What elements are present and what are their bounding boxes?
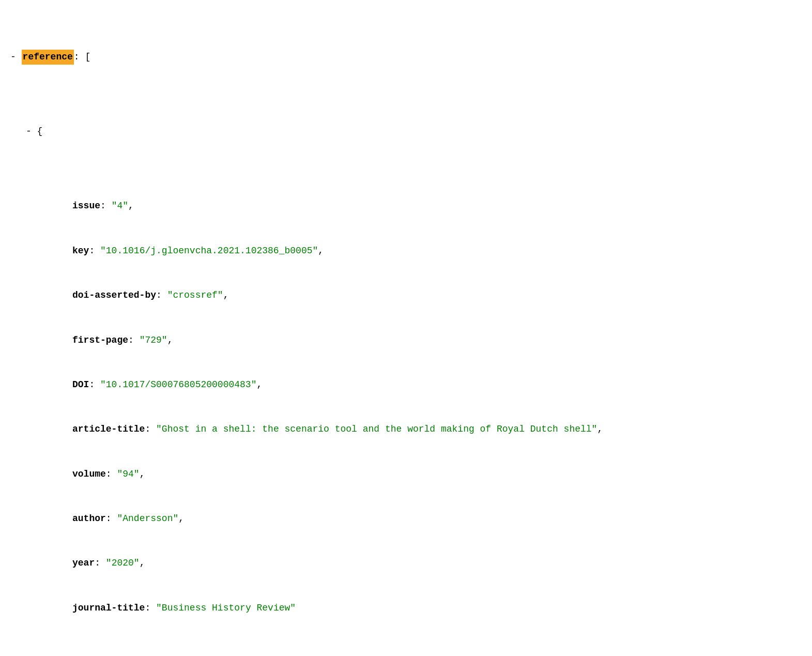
entry1-journaltitle-value: "Business History Review" [156,601,296,616]
entry1-DOI-line: DOI: "10.1017/S00076805200000483", [72,377,802,392]
entry1-year-value: "2020" [106,556,140,571]
entry1-issue-key: issue [72,199,100,213]
code-viewer: - reference: [ - { issue: "4", key: "10.… [10,5,802,656]
entry1-articletitle-key: article-title [72,422,145,437]
entry1-articletitle-line: article-title: "Ghost in a shell: the sc… [72,422,802,437]
root-line: - reference: [ [10,50,802,65]
entry1-journaltitle-key: journal-title [72,601,145,616]
entry1-key-value: "10.1016/j.gloenvcha.2021.102386_b0005" [100,243,318,258]
entry1-open: - { [26,124,802,139]
entry1-issue-value: "4" [112,199,128,213]
entry1-doi-asserted-key: doi-asserted-by [72,288,156,303]
entry1-dash: - [26,124,37,139]
entry1-journaltitle-line: journal-title: "Business History Review" [72,601,802,616]
entry1-brace-open: { [37,124,43,139]
entry1-volume-line: volume: "94", [72,467,802,482]
entry1-firstpage-value: "729" [140,333,167,348]
entry1-DOI-key: DOI [72,377,89,392]
entry1-firstpage-key: first-page [72,333,128,348]
entry1-volume-key: volume [72,467,106,482]
entry1-issue-line: issue: "4", [72,199,802,213]
entry1-key-line: key: "10.1016/j.gloenvcha.2021.102386_b0… [72,243,802,258]
entry1-DOI-value: "10.1017/S00076805200000483" [100,377,256,392]
root-colon: : [ [74,50,90,65]
entry1-year-key: year [72,556,95,571]
entry1-firstpage-line: first-page: "729", [72,333,802,348]
entry1-author-key: author [72,511,106,526]
reference-key: reference [22,50,74,65]
entry1-doi-asserted-value: "crossref" [167,288,223,303]
entry1-volume-value: "94" [117,467,139,482]
entry1-year-line: year: "2020", [72,556,802,571]
entry1-articletitle-value: "Ghost in a shell: the scenario tool and… [156,422,597,437]
entry1-fields: issue: "4", key: "10.1016/j.gloenvcha.20… [72,169,802,646]
entry1-doi-asserted-line: doi-asserted-by: "crossref", [72,288,802,303]
entry1-author-value: "Andersson" [117,511,178,526]
entry1-key-key: key [72,243,89,258]
root-dash: - [10,50,22,65]
entry1-author-line: author: "Andersson", [72,511,802,526]
